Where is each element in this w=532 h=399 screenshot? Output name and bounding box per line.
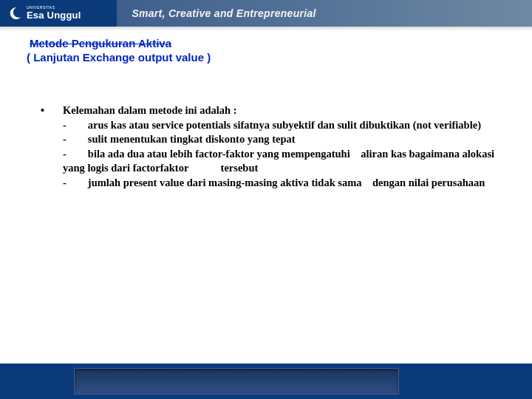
footer-inset-panel xyxy=(74,368,399,395)
footer-band xyxy=(0,364,532,399)
brand-logo: UNIVERSITAS Esa Unggul xyxy=(0,0,117,27)
bullet-text: Kelemahan dalam metode ini adalah : - ar… xyxy=(63,103,510,190)
content-body: • Kelemahan dalam metode ini adalah : - … xyxy=(41,103,510,190)
list-item: - arus kas atau service potentials sifat… xyxy=(63,118,510,133)
brand-text-wrap: UNIVERSITAS Esa Unggul xyxy=(27,6,81,21)
list-item: - bila ada dua atau lebih factor-faktor … xyxy=(63,147,510,176)
list-item: - sulit menentukan tingkat diskonto yang… xyxy=(63,132,510,147)
brand-name: Esa Unggul xyxy=(27,10,81,21)
header-shadow xyxy=(0,27,532,31)
title-strikethrough: Metode Pengukuran Aktiva xyxy=(30,37,532,50)
crescent-icon xyxy=(7,6,22,21)
bullet-marker: • xyxy=(41,103,63,190)
bullet-item: • Kelemahan dalam metode ini adalah : - … xyxy=(41,103,510,190)
title-subtitle: ( Lanjutan Exchange output value ) xyxy=(27,51,532,64)
list-item: - jumlah present value dari masing-masin… xyxy=(63,176,510,191)
header-band: UNIVERSITAS Esa Unggul Smart, Creative a… xyxy=(0,0,532,27)
tagline: Smart, Creative and Entrepreneurial xyxy=(117,7,316,19)
bullet-intro: Kelemahan dalam metode ini adalah : xyxy=(63,103,510,118)
